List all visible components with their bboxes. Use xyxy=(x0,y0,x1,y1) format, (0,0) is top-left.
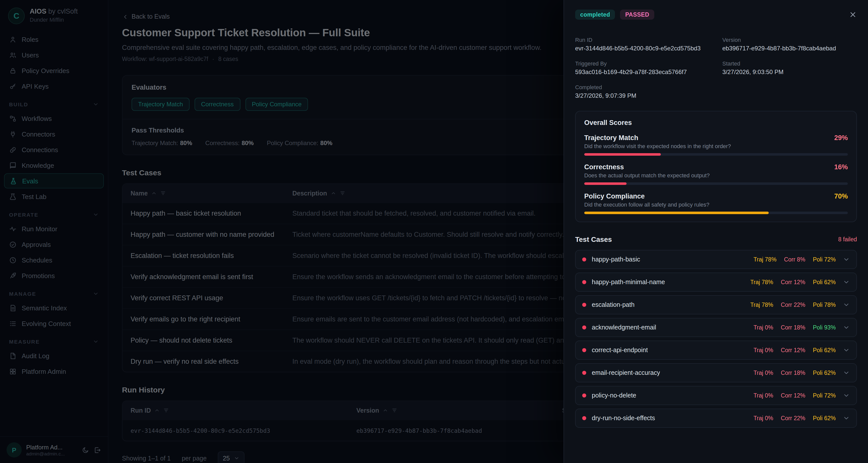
test-case-id: acknowledgment-email xyxy=(592,324,656,331)
poli-score: Poli 62% xyxy=(813,370,836,376)
chevron-down-icon[interactable] xyxy=(843,278,850,286)
run-field: Triggered By 593ac016-b169-4b29-a78f-283… xyxy=(575,61,722,75)
field-value: 3/27/2026, 9:03:50 PM xyxy=(722,68,857,75)
score-bar xyxy=(584,153,848,156)
chevron-down-icon[interactable] xyxy=(843,392,850,399)
test-case-id: email-recipient-accuracy xyxy=(592,369,660,376)
failed-dot-icon xyxy=(582,348,586,352)
metric-value: 29% xyxy=(834,134,848,141)
failed-dot-icon xyxy=(582,326,586,330)
score-bar-fill xyxy=(584,153,660,156)
failed-dot-icon xyxy=(582,258,586,262)
drawer-test-cases-title: Test Cases xyxy=(575,235,612,243)
corr-score: Corr 12% xyxy=(781,279,805,285)
traj-score: Traj 0% xyxy=(753,415,773,421)
corr-score: Corr 12% xyxy=(781,347,805,353)
failed-dot-icon xyxy=(582,371,586,375)
score-bar xyxy=(584,183,848,185)
app-window: C AIOS by cvlSoft Dunder Mifflin Roles U xyxy=(0,0,868,463)
poli-score: Poli 62% xyxy=(813,279,836,285)
traj-score: Traj 0% xyxy=(753,325,773,331)
traj-score: Traj 78% xyxy=(750,302,773,308)
overall-scores-card: Overall Scores Trajectory Match 29% Did … xyxy=(575,111,857,222)
failed-dot-icon xyxy=(582,303,586,307)
field-label: Version xyxy=(722,37,857,43)
run-field: Started 3/27/2026, 9:03:50 PM xyxy=(722,61,857,75)
metric-question: Did the execution follow all safety and … xyxy=(584,201,848,207)
poli-score: Poli 62% xyxy=(813,415,836,421)
test-case-id: happy-path-basic xyxy=(592,256,640,263)
chevron-down-icon[interactable] xyxy=(843,369,850,376)
score-bar-fill xyxy=(584,211,769,214)
run-fields: Run ID evr-3144d846-b5b5-4200-80c9-e5e2c… xyxy=(575,37,857,99)
test-case-row[interactable]: acknowledgment-email Traj 0% Corr 18% Po… xyxy=(575,318,857,337)
test-case-row[interactable]: dry-run-no-side-effects Traj 0% Corr 22%… xyxy=(575,408,857,428)
test-case-row[interactable]: email-recipient-accuracy Traj 0% Corr 18… xyxy=(575,363,857,383)
chevron-down-icon[interactable] xyxy=(843,256,850,263)
traj-score: Traj 78% xyxy=(750,279,773,285)
test-case-id: escalation-path xyxy=(592,301,634,308)
close-icon[interactable] xyxy=(849,10,857,19)
test-case-id: policy-no-delete xyxy=(592,392,637,399)
test-case-id: correct-api-endpoint xyxy=(592,346,648,354)
score-bar-fill xyxy=(584,183,626,185)
test-case-id: happy-path-minimal-name xyxy=(592,278,665,286)
metric-value: 70% xyxy=(834,193,848,200)
poli-score: Poli 72% xyxy=(813,393,836,398)
drawer-test-case-list: happy-path-basic Traj 78% Corr 8% Poli 7… xyxy=(575,250,857,428)
field-label: Triggered By xyxy=(575,61,722,66)
test-case-row[interactable]: correct-api-endpoint Traj 0% Corr 12% Po… xyxy=(575,340,857,360)
test-case-row[interactable]: escalation-path Traj 78% Corr 22% Poli 7… xyxy=(575,295,857,315)
chevron-down-icon[interactable] xyxy=(843,301,850,308)
traj-score: Traj 0% xyxy=(753,370,773,376)
metric-value: 16% xyxy=(834,163,848,171)
score-bar xyxy=(584,211,848,214)
poli-score: Poli 78% xyxy=(813,302,836,308)
corr-score: Corr 22% xyxy=(781,415,805,421)
chevron-down-icon[interactable] xyxy=(843,324,850,331)
field-label: Started xyxy=(722,61,857,66)
score-metric: Correctness 16% Does the actual output m… xyxy=(584,163,848,185)
score-metric: Trajectory Match 29% Did the workflow vi… xyxy=(584,134,848,156)
failed-dot-icon xyxy=(582,416,586,420)
failed-count: 8 failed xyxy=(838,236,857,242)
metric-question: Does the actual output match the expecte… xyxy=(584,172,848,178)
run-field: Version eb396717-e929-4b87-bb3b-7f8cab4a… xyxy=(722,37,857,52)
corr-score: Corr 18% xyxy=(781,370,805,376)
corr-score: Corr 18% xyxy=(781,325,805,331)
field-label: Run ID xyxy=(575,37,722,43)
poli-score: Poli 72% xyxy=(813,257,836,263)
run-field: Completed 3/27/2026, 9:07:39 PM xyxy=(575,84,722,99)
field-value: eb396717-e929-4b87-bb3b-7f8cab4aebad xyxy=(722,45,857,52)
corr-score: Corr 22% xyxy=(781,302,805,308)
test-case-row[interactable]: happy-path-basic Traj 78% Corr 8% Poli 7… xyxy=(575,250,857,269)
traj-score: Traj 0% xyxy=(753,347,773,353)
corr-score: Corr 8% xyxy=(784,257,805,263)
test-case-row[interactable]: policy-no-delete Traj 0% Corr 12% Poli 7… xyxy=(575,386,857,405)
field-value: 3/27/2026, 9:07:39 PM xyxy=(575,92,722,99)
metric-question: Did the workflow visit the expected node… xyxy=(584,143,848,149)
metric-name: Policy Compliance xyxy=(584,193,645,200)
overall-scores-title: Overall Scores xyxy=(584,119,848,127)
traj-score: Traj 0% xyxy=(753,393,773,398)
metric-name: Trajectory Match xyxy=(584,134,639,141)
corr-score: Corr 12% xyxy=(781,393,805,398)
poli-score: Poli 93% xyxy=(813,325,836,331)
poli-score: Poli 62% xyxy=(813,347,836,353)
failed-dot-icon xyxy=(582,280,586,284)
score-metric: Policy Compliance 70% Did the execution … xyxy=(584,193,848,214)
field-label: Completed xyxy=(575,84,722,90)
run-details-drawer: completed PASSED Run ID evr-3144d846-b5b… xyxy=(563,0,868,463)
run-field: Run ID evr-3144d846-b5b5-4200-80c9-e5e2c… xyxy=(575,37,722,52)
status-badge: completed xyxy=(575,9,615,20)
test-case-id: dry-run-no-side-effects xyxy=(592,415,655,422)
metric-name: Correctness xyxy=(584,163,624,171)
chevron-down-icon[interactable] xyxy=(843,415,850,422)
failed-dot-icon xyxy=(582,394,586,397)
field-value: 593ac016-b169-4b29-a78f-283eca5766f7 xyxy=(575,68,722,75)
test-case-row[interactable]: happy-path-minimal-name Traj 78% Corr 12… xyxy=(575,272,857,292)
traj-score: Traj 78% xyxy=(753,257,776,263)
field-value: evr-3144d846-b5b5-4200-80c9-e5e2cd575bd3 xyxy=(575,45,722,52)
chevron-down-icon[interactable] xyxy=(843,346,850,354)
result-badge: PASSED xyxy=(620,9,654,20)
